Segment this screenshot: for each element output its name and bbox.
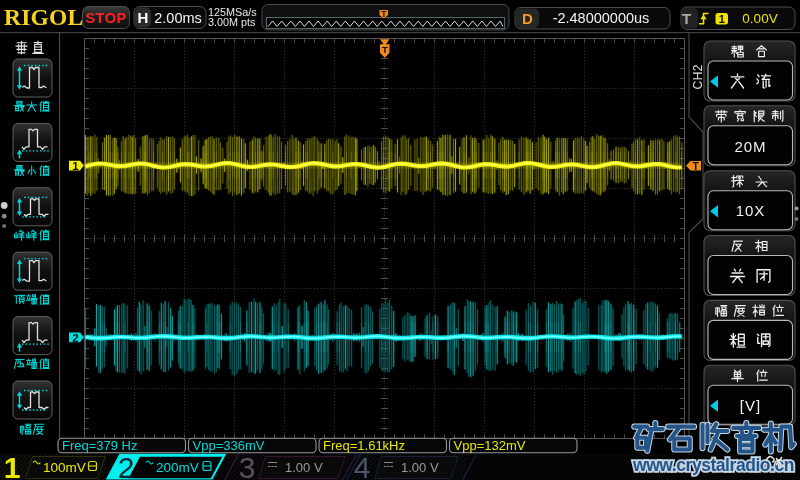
svg-text:www.crystalradio.cn: www.crystalradio.cn — [632, 455, 794, 475]
svg-text:STOP: STOP — [85, 10, 126, 26]
svg-text:T: T — [682, 10, 692, 27]
svg-text:3: 3 — [239, 451, 256, 480]
svg-text:20M: 20M — [734, 138, 766, 155]
svg-text:100mV: 100mV — [43, 460, 86, 475]
svg-text:2: 2 — [72, 332, 78, 344]
svg-text:D: D — [522, 10, 533, 27]
svg-text:200mV: 200mV — [156, 460, 199, 475]
svg-text:CH2: CH2 — [691, 64, 705, 90]
svg-text:1: 1 — [719, 13, 725, 25]
svg-text:[V]: [V] — [740, 397, 761, 414]
svg-text:1.00 V: 1.00 V — [285, 460, 323, 475]
svg-text:H: H — [138, 9, 149, 26]
svg-text:3.00M pts: 3.00M pts — [208, 16, 256, 28]
svg-text:-2.48000000us: -2.48000000us — [553, 10, 650, 26]
svg-text:T: T — [693, 160, 700, 172]
svg-text:10X: 10X — [736, 202, 766, 219]
svg-text:1.00 V: 1.00 V — [401, 460, 439, 475]
svg-text:Vpp=132mV: Vpp=132mV — [454, 438, 526, 453]
svg-text:T: T — [382, 44, 388, 55]
svg-text:0.00V: 0.00V — [742, 11, 777, 26]
svg-text:T: T — [381, 9, 387, 19]
svg-text:RIGOL: RIGOL — [4, 4, 83, 30]
svg-text:2: 2 — [118, 451, 135, 480]
svg-text:1: 1 — [4, 451, 21, 480]
svg-text:2.00ms: 2.00ms — [154, 10, 202, 26]
svg-text:1: 1 — [72, 160, 79, 172]
